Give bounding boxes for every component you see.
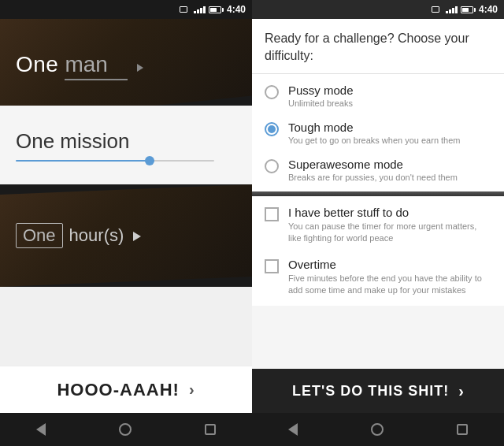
right-panel: 4:40 Ready for a challenge? Choose your … [252,0,504,446]
better-stuff-text-group: I have better stuff to do You can pause … [288,206,491,245]
screenshot-icon [180,6,187,13]
superawesome-text-group: Superawesome mode Breaks are for pussies… [288,158,458,182]
pussy-mode-label: Pussy mode [288,84,354,97]
one-man-label: One [16,52,58,77]
lets-do-chevron-icon: › [458,382,464,400]
checkbox-better-stuff[interactable]: I have better stuff to do You can pause … [252,199,504,251]
home-button-right[interactable] [371,423,384,436]
radio-circle-superawesome[interactable] [265,159,279,173]
challenge-header: Ready for a challenge? Choose your diffi… [252,19,504,74]
hooo-label: HOOO-AAAH! [57,380,179,400]
checkbox-overtime[interactable]: Overtime Five minutes before the end you… [252,251,504,303]
one-hour-value: hour(s) [69,225,124,246]
radio-circle-tough[interactable] [265,122,279,136]
lets-do-button[interactable]: LET'S DO THIS SHIT! › [252,369,504,413]
screenshot-icon-right [432,6,439,13]
wifi-icon-right [446,6,458,13]
hooo-button-bar[interactable]: HOOO-AAAH! › [0,366,252,413]
challenge-title: Ready for a challenge? Choose your diffi… [265,30,491,65]
status-bar-left: 4:40 [0,0,252,19]
tough-text-group: Tough mode You get to go on breaks when … [288,121,461,145]
checkbox-overtime-box[interactable] [265,259,279,273]
left-bottom-section: One hour(s) [0,184,252,287]
mission-slider-group: One mission [16,129,236,162]
lets-do-label: LET'S DO THIS SHIT! [292,383,449,400]
recents-button-left[interactable] [205,424,216,435]
overtime-label: Overtime [288,258,491,271]
left-nav-bar [0,413,252,446]
checkbox-group: I have better stuff to do You can pause … [252,196,504,307]
status-bar-right: 4:40 [252,0,504,19]
radio-circle-pussy[interactable] [265,85,279,99]
checkbox-better-stuff-box[interactable] [265,207,279,221]
superawesome-mode-sublabel: Breaks are for pussies, you don't need t… [288,173,458,182]
one-man-group: One man [16,52,143,80]
wifi-icon [194,6,206,13]
overtime-text-group: Overtime Five minutes before the end you… [288,258,491,297]
one-hour-group: One hour(s) [16,223,141,248]
tough-mode-sublabel: You get to go on breaks when you earn th… [288,136,461,145]
hooo-button[interactable]: HOOO-AAAH! › [57,380,195,400]
back-button-right[interactable] [288,423,298,436]
left-middle-section: One mission [0,106,252,184]
time-left: 4:40 [227,4,246,15]
radio-group: Pussy mode Unlimited breaks Tough mode Y… [252,74,504,191]
better-stuff-sublabel: You can pause the timer for more urgent … [288,221,491,245]
one-man-value: man [65,52,128,80]
recents-button-right[interactable] [457,424,468,435]
tough-mode-label: Tough mode [288,121,461,134]
battery-icon-right [461,6,476,13]
pussy-mode-sublabel: Unlimited breaks [288,98,354,108]
mission-slider[interactable] [16,160,214,162]
left-panel: 4:40 One man One mission One hour(s) HOO… [0,0,252,446]
left-spacer [0,287,252,366]
right-nav-bar [252,413,504,446]
superawesome-mode-label: Superawesome mode [288,158,458,171]
pussy-text-group: Pussy mode Unlimited breaks [288,84,354,108]
battery-icon [209,6,224,13]
radio-superawesome-mode[interactable]: Superawesome mode Breaks are for pussies… [252,151,504,188]
radio-pussy-mode[interactable]: Pussy mode Unlimited breaks [252,77,504,114]
overtime-sublabel: Five minutes before the end you have the… [288,273,491,297]
hooo-chevron-icon: › [189,381,195,399]
radio-tough-mode[interactable]: Tough mode You get to go on breaks when … [252,114,504,151]
one-hour-label: One [16,223,63,248]
time-right: 4:40 [479,4,498,15]
home-button-left[interactable] [119,423,132,436]
dropdown-arrow-man[interactable] [137,64,143,72]
slider-thumb[interactable] [145,156,154,165]
back-button-left[interactable] [36,423,46,436]
mission-label: One mission [16,129,236,154]
right-spacer [252,306,504,369]
dropdown-arrow-hour[interactable] [133,232,141,241]
better-stuff-label: I have better stuff to do [288,206,491,219]
